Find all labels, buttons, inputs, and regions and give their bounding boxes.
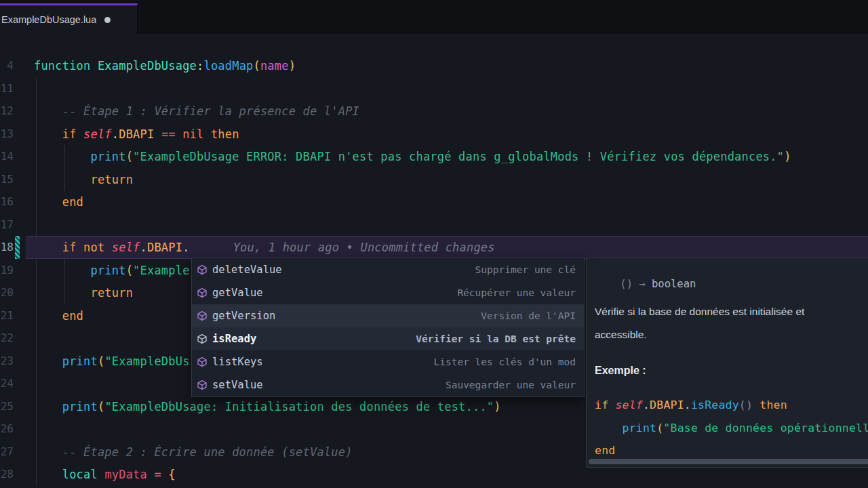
line-number[interactable]: 12	[0, 100, 14, 123]
line-number[interactable]: 13	[0, 123, 14, 146]
token-pun: )	[289, 59, 296, 73]
code-line-4: 4function ExampleDbUsage:loadMap(name)	[0, 54, 868, 77]
line-number[interactable]: 20	[0, 281, 14, 304]
code-line-13: 13 if self.DBAPI == nil then	[0, 123, 868, 146]
indent-guide	[36, 77, 37, 100]
token-pun: (	[656, 422, 663, 434]
token-kw: end	[62, 195, 83, 209]
line-number[interactable]: 16	[0, 190, 14, 214]
token-pun: (	[126, 150, 133, 163]
token-txt	[77, 241, 83, 254]
suggestion-item-setValue[interactable]: setValueSauvegarder une valeur	[192, 373, 584, 396]
modified-dot-icon[interactable]	[104, 17, 111, 23]
doc-horizontal-scrollbar[interactable]	[589, 459, 868, 464]
code-text: return	[34, 168, 133, 191]
line-number[interactable]: 21	[0, 304, 14, 327]
code-text: local myData = {	[34, 463, 176, 486]
code-line-12: 12 -- Étape 1 : Vérifier la présence de …	[0, 100, 868, 123]
line-number[interactable]: 18	[0, 236, 14, 259]
line-number[interactable]: 14	[0, 145, 14, 168]
token-txt: .	[182, 241, 189, 254]
code-line-17: 17	[0, 214, 868, 237]
token-txt	[34, 445, 62, 459]
method-cube-icon	[197, 380, 208, 390]
code-text: print("ExampleDbUsage ERROR: DBAPI n'est…	[34, 145, 791, 168]
token-fn: print	[62, 354, 98, 368]
suggestion-detail: Lister les clés d'un mod	[433, 357, 576, 367]
token-pun: (	[98, 400, 104, 413]
token-var: myData	[104, 468, 147, 481]
doc-description: Vérifie si la base de données est initia…	[595, 300, 804, 346]
suggest-widget: deleteValueSupprimer une clégetValueRécu…	[191, 258, 585, 397]
doc-example-code: if self.DBAPI.isReady() then print("Base…	[595, 394, 868, 462]
token-str: "ExampleDbUsage ERROR: DBAPI n'est pas c…	[133, 150, 784, 163]
signature-returns: boolean	[652, 278, 696, 290]
code-text: end	[34, 304, 83, 327]
token-cls: ExampleDbUsage	[98, 59, 197, 73]
signature: () → boolean	[595, 266, 696, 302]
suggestion-item-isReady[interactable]: isReadyVérifier si la DB est prête	[192, 327, 584, 350]
token-kw: return	[90, 173, 133, 186]
suggestion-label: setValue	[212, 379, 263, 391]
line-number[interactable]: 4	[0, 54, 14, 77]
suggestion-label: getValue	[212, 287, 263, 299]
indent-guide	[36, 327, 37, 350]
token-txt	[753, 399, 760, 411]
token-txt	[34, 264, 90, 277]
token-prop: DBAPI	[650, 399, 684, 411]
token-txt: .	[112, 127, 119, 141]
code-text: -- Étape 2 : Écrire une donnée (setValue…	[34, 441, 353, 464]
code-line-16: 16 end	[0, 190, 868, 214]
doc-code-line: print("Base de données opérationnelle	[595, 417, 868, 440]
line-number[interactable]: 15	[0, 168, 14, 191]
git-modified-indicator	[15, 236, 20, 259]
token-txt	[34, 286, 90, 300]
doc-description-line: accessible.	[595, 323, 804, 346]
token-txt	[34, 354, 62, 368]
token-txt	[34, 150, 90, 163]
token-prop: DBAPI	[147, 241, 182, 254]
code-text: function ExampleDbUsage:loadMap(name)	[34, 54, 296, 77]
token-prop: DBAPI	[119, 127, 154, 141]
token-fn: loadMap	[203, 59, 253, 73]
token-txt: .	[684, 399, 691, 411]
code-text: return	[34, 281, 133, 304]
line-number[interactable]: 11	[0, 77, 14, 100]
token-op: =	[154, 468, 161, 481]
token-txt	[104, 241, 111, 254]
line-number[interactable]: 28	[0, 463, 14, 486]
token-fn: print	[90, 264, 125, 277]
token-str: "Example	[133, 264, 189, 277]
line-number[interactable]: 27	[0, 441, 14, 464]
line-number[interactable]: 25	[0, 395, 14, 418]
method-cube-icon	[197, 333, 208, 344]
method-cube-icon	[197, 310, 208, 321]
code-text: print("ExampleDbUs	[34, 350, 190, 373]
line-number[interactable]: 17	[0, 214, 14, 237]
suggestion-item-deleteValue[interactable]: deleteValueSupprimer une clé	[192, 258, 584, 281]
suggestion-item-getVersion[interactable]: getVersionVersion de l'API	[192, 304, 584, 327]
token-kw: then	[760, 399, 787, 411]
token-kw: if	[62, 241, 77, 254]
tab-exampledbusage[interactable]: ExampleDbUsage.lua	[0, 3, 138, 34]
line-number[interactable]: 26	[0, 418, 14, 441]
token-pun: )	[784, 150, 791, 163]
suggestion-item-listKeys[interactable]: listKeysLister les clés d'un mod	[192, 350, 584, 373]
token-txt: :	[197, 59, 203, 73]
line-number[interactable]: 24	[0, 372, 14, 395]
token-com: -- Étape 1 : Vérifier la présence de l'A…	[62, 104, 359, 118]
suggestion-item-getValue[interactable]: getValueRécupérer une valeur	[192, 281, 584, 304]
code-line-11: 11	[0, 77, 868, 100]
token-nil: nil	[182, 127, 203, 141]
tab-bar: ExampleDbUsage.lua	[0, 0, 868, 34]
line-number[interactable]: 22	[0, 327, 14, 350]
token-txt	[98, 468, 104, 481]
line-number[interactable]: 23	[0, 350, 14, 373]
token-com: -- Étape 2 : Écrire une donnée (setValue…	[62, 445, 353, 459]
suggestion-detail: Récupérer une valeur	[457, 287, 576, 298]
code-line-15: 15 return	[0, 168, 868, 191]
line-number[interactable]: 19	[0, 259, 14, 282]
indent-guide	[36, 418, 37, 441]
doc-example-heading: Exemple :	[595, 361, 646, 380]
token-txt	[176, 127, 182, 141]
